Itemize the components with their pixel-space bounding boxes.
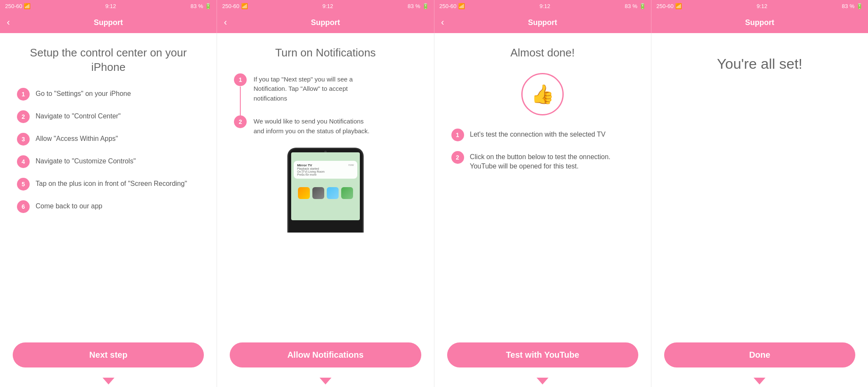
panel-all-set: You're all set! Done (651, 33, 868, 387)
header-title-4: Support (745, 18, 774, 27)
panel-4-title: You're all set! (668, 54, 851, 73)
step-text-1: Go to "Settings" on your iPhone (36, 87, 131, 98)
header-1: ‹ Support (0, 12, 217, 33)
step-text-6: Come back to our app (36, 200, 102, 211)
list-item: 4 Navigate to "Customize Controls" (17, 155, 200, 168)
panel-notifications: Turn on Notifications 1 If you tap "Next… (217, 33, 434, 387)
back-button-1[interactable]: ‹ (7, 17, 10, 28)
header-4: Support (651, 12, 868, 33)
step-badge-3: 3 (17, 133, 30, 146)
wifi-icon-4: 📶 (675, 3, 682, 9)
header-title-2: Support (311, 18, 340, 27)
time-3: 9:12 (540, 3, 550, 9)
wifi-icon-2: 📶 (241, 3, 248, 9)
arrow-down-icon-1 (103, 378, 114, 384)
done-badge-2: 2 (451, 151, 464, 164)
battery-icon-1: 🔋 (205, 3, 211, 9)
battery-4: 83 % (842, 3, 854, 9)
phone-app-icon-2 (312, 187, 324, 199)
phone-mockup-container: Mirror TV now Playback started On [TV] L… (234, 148, 417, 233)
time-4: 9:12 (757, 3, 767, 9)
list-item: 2 Navigate to "Control Center" (17, 110, 200, 123)
notif-badge-1: 1 (234, 73, 247, 86)
notif-text-2: We would like to send you Notifications … (253, 115, 372, 136)
time-1: 9:12 (105, 3, 116, 9)
carrier-1: 250-60 (5, 3, 22, 9)
phone-mockup: Mirror TV now Playback started On [TV] L… (287, 148, 364, 233)
phone-notif-action: Press for more (297, 173, 354, 176)
panel-2-arrow (217, 378, 434, 387)
phone-notif-title: Mirror TV now (297, 163, 354, 167)
header-3: ‹ Support (434, 12, 651, 33)
step-badge-1: 1 (17, 88, 30, 101)
battery-icon-2: 🔋 (422, 3, 429, 9)
panel-3-arrow (434, 378, 651, 387)
phone-home-row (291, 187, 360, 199)
notif-text-1: If you tap "Next step" you will see a No… (253, 73, 372, 104)
time-2: 9:12 (323, 3, 333, 9)
status-bar-1: 250-60 📶 9:12 83 % 🔋 (0, 0, 217, 12)
battery-3: 83 % (625, 3, 637, 9)
header-2: ‹ Support (217, 12, 434, 33)
step-badge-4: 4 (17, 155, 30, 168)
carrier-4: 250-60 (657, 3, 673, 9)
status-bar-4: 250-60 📶 9:12 83 % 🔋 (651, 0, 868, 12)
list-item: 1 Let's test the connection with the sel… (451, 128, 634, 141)
step-text-4: Navigate to "Customize Controls" (36, 155, 136, 166)
arrow-down-icon-3 (537, 378, 548, 384)
step-text-3: Allow "Access Within Apps" (36, 132, 118, 143)
notif-step-list: 1 If you tap "Next step" you will see a … (234, 73, 417, 136)
phone-screen: Mirror TV now Playback started On [TV] L… (291, 152, 360, 220)
phone-notification-banner: Mirror TV now Playback started On [TV] L… (294, 161, 357, 179)
done-button[interactable]: Done (664, 342, 855, 367)
panel-3-content: Almost done! 👍 1 Let's test the connecti… (434, 33, 651, 336)
list-item: 3 Allow "Access Within Apps" (17, 132, 200, 146)
done-text-1: Let's test the connection with the selec… (470, 128, 606, 139)
main-content: Setup the control center on your iPhone … (0, 33, 868, 387)
thumbs-circle: 👍 (521, 73, 564, 115)
phone-notif-sub: On [TV] Living Room (297, 170, 354, 173)
allow-notifications-button[interactable]: Allow Notifications (230, 342, 421, 367)
carrier-3: 250-60 (440, 3, 456, 9)
step-badge-2: 2 (17, 110, 30, 123)
carrier-2: 250-60 (222, 3, 239, 9)
panel-4-content: You're all set! (651, 33, 868, 336)
back-button-2[interactable]: ‹ (224, 17, 227, 28)
phone-app-icon-1 (298, 187, 310, 199)
panel-4-footer: Done (651, 336, 868, 378)
panel-4-arrow (651, 378, 868, 387)
status-bar-3: 250-60 📶 9:12 83 % 🔋 (434, 0, 651, 12)
battery-2: 83 % (408, 3, 420, 9)
thumbs-icon-container: 👍 (451, 73, 634, 115)
list-item: 1 If you tap "Next step" you will see a … (234, 73, 417, 104)
test-youtube-button[interactable]: Test with YouTube (447, 342, 638, 367)
list-item: 5 Tap on the plus icon in front of "Scre… (17, 177, 200, 191)
step-badge-5: 5 (17, 178, 30, 191)
step-list-1: 1 Go to "Settings" on your iPhone 2 Navi… (17, 87, 200, 213)
arrow-down-icon-2 (320, 378, 331, 384)
status-bar-2: 250-60 📶 9:12 83 % 🔋 (217, 0, 434, 12)
list-item: 2 Click on the button below to test the … (451, 151, 634, 171)
step-text-2: Navigate to "Control Center" (36, 110, 121, 121)
arrow-down-icon-4 (754, 378, 765, 384)
status-bar-row: 250-60 📶 9:12 83 % 🔋 250-60 📶 9:12 83 % … (0, 0, 868, 12)
panel-setup: Setup the control center on your iPhone … (0, 33, 217, 387)
battery-icon-3: 🔋 (639, 3, 646, 9)
header-row: ‹ Support ‹ Support ‹ Support Support (0, 12, 868, 33)
header-title-1: Support (94, 18, 123, 27)
list-item: 1 Go to "Settings" on your iPhone (17, 87, 200, 101)
panel-1-footer: Next step (0, 336, 217, 378)
list-item: 2 We would like to send you Notification… (234, 115, 417, 136)
panel-2-footer: Allow Notifications (217, 336, 434, 378)
battery-1: 83 % (191, 3, 203, 9)
almost-done-steps: 1 Let's test the connection with the sel… (451, 128, 634, 171)
panel-2-content: Turn on Notifications 1 If you tap "Next… (217, 33, 434, 336)
phone-notif-text: Playback started (297, 167, 354, 170)
wifi-icon-3: 📶 (458, 3, 465, 9)
next-step-button[interactable]: Next step (13, 342, 204, 367)
step-text-5: Tap on the plus icon in front of "Screen… (36, 177, 187, 188)
wifi-icon-1: 📶 (24, 3, 31, 9)
back-button-3[interactable]: ‹ (441, 17, 444, 28)
battery-icon-4: 🔋 (856, 3, 863, 9)
step-badge-6: 6 (17, 200, 30, 213)
